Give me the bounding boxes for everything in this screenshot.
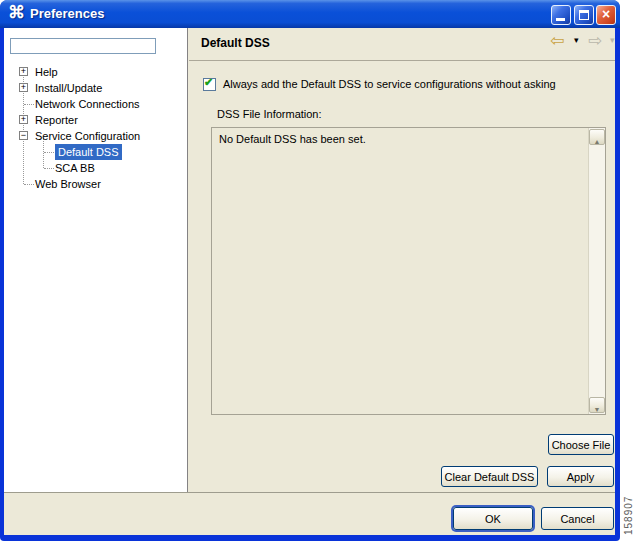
- forward-dropdown-icon[interactable]: ▾: [610, 35, 615, 45]
- expand-icon[interactable]: +: [19, 83, 28, 92]
- tree-item-label: SCA BB: [55, 160, 95, 176]
- page-header: Default DSS ⇦ ▾ ⇨ ▾: [189, 28, 615, 61]
- vertical-scrollbar[interactable]: ▲ ▼: [588, 128, 605, 414]
- tree-item-label: Service Configuration: [35, 128, 140, 144]
- app-icon: ⌘: [8, 4, 26, 22]
- choose-file-button[interactable]: Choose File: [548, 434, 614, 455]
- clear-default-dss-button[interactable]: Clear Default DSS: [441, 466, 538, 487]
- sidebar-item-install-update[interactable]: + Install/Update: [4, 80, 187, 96]
- apply-button[interactable]: Apply: [547, 466, 614, 487]
- ok-button[interactable]: OK: [453, 507, 533, 530]
- maximize-button[interactable]: [574, 5, 594, 25]
- expand-icon[interactable]: +: [19, 67, 28, 76]
- scroll-up-button[interactable]: ▲: [589, 129, 605, 145]
- filter-input[interactable]: [10, 38, 156, 54]
- back-icon[interactable]: ⇦: [550, 30, 564, 51]
- tree-item-label: Reporter: [35, 112, 78, 128]
- sidebar-item-web-browser[interactable]: Web Browser: [4, 176, 187, 192]
- cancel-button[interactable]: Cancel: [541, 507, 614, 530]
- dss-info-textarea[interactable]: No Default DSS has been set. ▲ ▼: [211, 127, 606, 415]
- tree-item-label: Install/Update: [35, 80, 102, 96]
- close-button[interactable]: ×: [596, 5, 616, 25]
- dialog-content: + Help + Install/Update Network Connecti…: [4, 28, 615, 535]
- dss-info-text: No Default DSS has been set.: [219, 133, 366, 145]
- sidebar: + Help + Install/Update Network Connecti…: [4, 28, 188, 492]
- sidebar-item-reporter[interactable]: + Reporter: [4, 112, 187, 128]
- tree-item-label: Network Connections: [35, 96, 140, 112]
- titlebar[interactable]: ⌘ Preferences ×: [0, 0, 620, 28]
- figure-number: 158907: [623, 463, 634, 535]
- forward-icon[interactable]: ⇨: [588, 30, 602, 51]
- sidebar-item-network-connections[interactable]: Network Connections: [4, 96, 187, 112]
- sidebar-item-default-dss[interactable]: Default DSS: [4, 144, 187, 160]
- preferences-dialog: ⌘ Preferences × + Help + I: [0, 0, 620, 541]
- footer-separator: [4, 492, 615, 493]
- sidebar-item-sca-bb[interactable]: SCA BB: [4, 160, 187, 176]
- sidebar-item-service-configuration[interactable]: − Service Configuration: [4, 128, 187, 144]
- back-dropdown-icon[interactable]: ▾: [574, 35, 579, 45]
- minimize-icon: [556, 18, 565, 21]
- expand-icon[interactable]: +: [19, 115, 28, 124]
- tree-item-label: Web Browser: [35, 176, 101, 192]
- sidebar-item-help[interactable]: + Help: [4, 64, 187, 80]
- scroll-up-icon: ▲: [594, 138, 601, 145]
- page-title: Default DSS: [201, 36, 270, 50]
- tree-item-label-selected: Default DSS: [55, 144, 122, 160]
- always-add-checkbox[interactable]: ✔: [203, 78, 216, 91]
- tree-item-label: Help: [35, 64, 58, 80]
- window-title: Preferences: [30, 6, 104, 21]
- check-icon: ✔: [204, 76, 213, 89]
- always-add-checkbox-label: Always add the Default DSS to service co…: [223, 78, 556, 90]
- maximize-icon: [579, 10, 589, 20]
- collapse-icon[interactable]: −: [19, 131, 28, 140]
- scroll-down-icon: ▼: [594, 406, 601, 413]
- scroll-down-button[interactable]: ▼: [589, 397, 605, 413]
- minimize-button[interactable]: [551, 5, 571, 25]
- dss-file-information-label: DSS File Information:: [217, 108, 322, 120]
